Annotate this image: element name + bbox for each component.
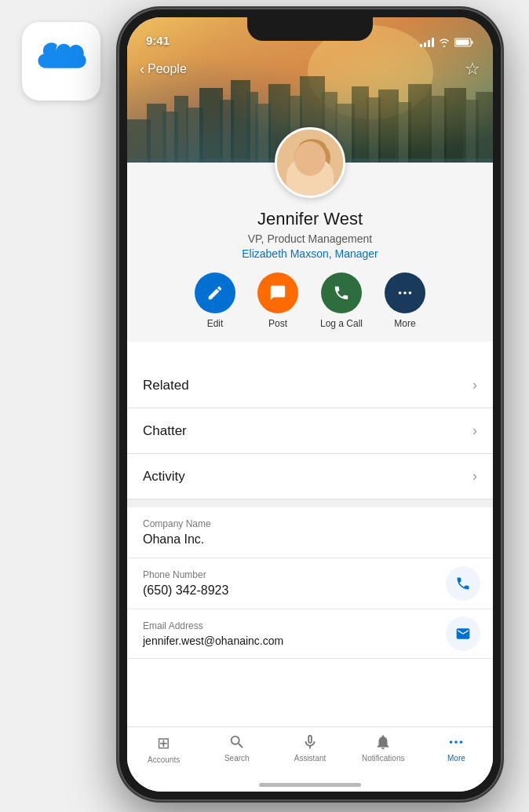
tab-bar: ⊞ Accounts Search Assistant: [127, 726, 493, 792]
svg-point-42: [409, 291, 412, 294]
tab-more[interactable]: More: [420, 733, 493, 763]
related-label: Related: [143, 378, 189, 393]
chatter-chevron-icon: ›: [472, 422, 477, 439]
email-value: jennifer.west@ohanainc.com: [143, 635, 477, 647]
related-chevron-icon: ›: [472, 377, 477, 393]
svg-point-43: [450, 741, 453, 744]
email-label: Email Address: [143, 620, 477, 631]
svg-point-31: [290, 173, 334, 196]
assistant-icon: [301, 733, 319, 751]
related-section[interactable]: Related ›: [127, 363, 493, 408]
more-action[interactable]: More: [385, 272, 425, 329]
home-indicator: [259, 783, 361, 787]
svg-point-40: [399, 291, 402, 294]
phone-frame: 9:41: [118, 8, 502, 801]
chatter-label: Chatter: [143, 423, 187, 439]
favorite-button[interactable]: ☆: [465, 59, 480, 79]
tab-assistant[interactable]: Assistant: [273, 733, 346, 763]
more-tab-label: More: [447, 754, 465, 763]
tab-accounts[interactable]: ⊞ Accounts: [127, 733, 200, 764]
more-tab-icon: [447, 733, 465, 751]
phone-screen: 9:41: [127, 17, 493, 792]
action-buttons: Edit Post: [182, 272, 438, 329]
company-detail: Company Name Ohana Inc.: [127, 507, 493, 558]
svg-point-39: [301, 165, 312, 173]
activity-label: Activity: [143, 469, 185, 485]
post-action[interactable]: Post: [257, 272, 298, 329]
edit-action[interactable]: Edit: [195, 272, 235, 329]
phone-label: Phone Number: [143, 569, 477, 580]
svg-point-33: [298, 144, 327, 175]
email-detail: Email Address jennifer.west@ohanainc.com: [127, 609, 493, 659]
wifi-icon: [438, 38, 451, 47]
svg-point-37: [305, 157, 309, 160]
back-chevron-icon: ‹: [140, 61, 144, 78]
profile-section: Jennifer West VP, Product Management Eli…: [127, 163, 493, 342]
svg-point-34: [298, 139, 327, 158]
svg-rect-2: [456, 40, 469, 46]
company-value: Ohana Inc.: [143, 532, 477, 547]
accounts-icon: ⊞: [157, 733, 170, 752]
activity-chevron-icon: ›: [472, 468, 477, 485]
notifications-tab-label: Notifications: [362, 754, 404, 763]
svg-point-45: [460, 741, 463, 744]
profile-avatar: [275, 127, 345, 198]
section-separator: [127, 499, 493, 507]
signal-bars-icon: [420, 38, 434, 47]
page-wrapper: 9:41: [0, 0, 529, 812]
person-name: Jennifer West: [257, 209, 363, 229]
status-icons: [420, 38, 474, 47]
svg-point-36: [318, 147, 330, 169]
back-button[interactable]: ‹ People: [140, 61, 187, 78]
svg-point-38: [316, 157, 320, 160]
log-call-label: Log a Call: [320, 318, 363, 329]
phone-value: (650) 342-8923: [143, 583, 477, 598]
battery-icon: [454, 38, 474, 47]
activity-section[interactable]: Activity ›: [127, 454, 493, 499]
tab-search[interactable]: Search: [200, 733, 273, 763]
log-call-button-circle: [321, 272, 362, 313]
nav-bar: ‹ People ☆: [127, 52, 493, 86]
notifications-icon: [374, 733, 392, 751]
content-area: Related › Chatter › Activity › Compan: [127, 363, 493, 792]
search-icon: [228, 733, 246, 751]
more-label: More: [394, 318, 415, 329]
post-label: Post: [268, 318, 287, 329]
tab-notifications[interactable]: Notifications: [347, 733, 420, 763]
person-title: VP, Product Management: [248, 232, 373, 245]
assistant-tab-label: Assistant: [294, 754, 327, 763]
back-label: People: [148, 62, 187, 76]
accounts-tab-label: Accounts: [148, 755, 180, 764]
more-button-circle: [385, 272, 425, 313]
status-time: 9:41: [146, 34, 170, 47]
svg-rect-1: [472, 41, 473, 44]
edit-label: Edit: [207, 318, 224, 329]
company-label: Company Name: [143, 518, 477, 529]
svg-point-44: [455, 741, 458, 744]
notch: [247, 17, 373, 41]
salesforce-app-icon: [22, 22, 100, 101]
call-button[interactable]: [446, 566, 480, 601]
phone-detail: Phone Number (650) 342-8923: [127, 558, 493, 609]
post-button-circle: [257, 272, 298, 313]
edit-button-circle: [195, 272, 235, 313]
chatter-section[interactable]: Chatter ›: [127, 408, 493, 454]
svg-point-41: [403, 291, 407, 294]
svg-rect-32: [308, 167, 317, 179]
search-tab-label: Search: [224, 754, 250, 763]
log-call-action[interactable]: Log a Call: [320, 272, 363, 329]
svg-point-35: [294, 147, 307, 169]
person-manager[interactable]: Elizabeth Maxson, Manager: [242, 247, 378, 260]
email-button[interactable]: [446, 616, 480, 651]
